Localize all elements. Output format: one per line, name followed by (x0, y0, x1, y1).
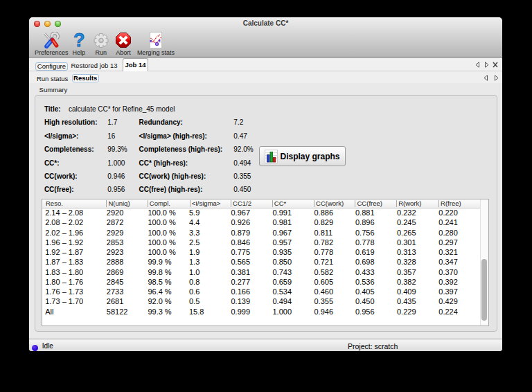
svg-text:?: ? (73, 32, 85, 48)
